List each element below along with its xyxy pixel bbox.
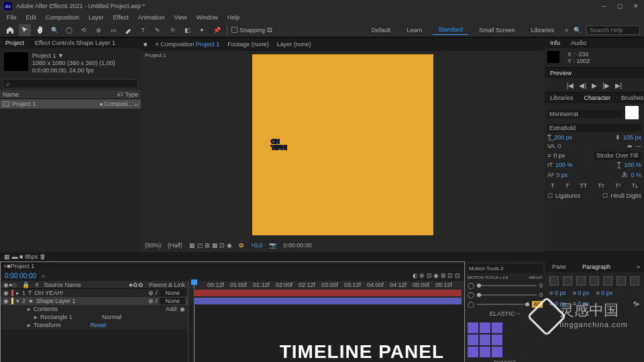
zoom-tool[interactable]: 🔍 (48, 24, 60, 36)
first-frame-icon[interactable]: |◀ (567, 82, 574, 89)
smallcaps-icon[interactable]: Tт (598, 182, 604, 189)
rectangle[interactable]: Rectangle 1 (40, 314, 72, 320)
superscript-icon[interactable]: T¹ (615, 182, 621, 189)
workspace-more-icon[interactable]: » (565, 27, 568, 34)
last-frame-icon[interactable]: ▶| (615, 82, 623, 89)
align-center-icon[interactable] (563, 276, 572, 286)
menu-edit[interactable]: Edit (22, 13, 41, 22)
tab-preview[interactable]: Preview (547, 68, 574, 78)
project-item[interactable]: Project 1 ■ Composi... ⚏ (0, 99, 141, 109)
menu-effect[interactable]: Effect (109, 13, 133, 22)
comp-thumbnail[interactable] (4, 52, 28, 71)
tab-composition[interactable]: Project 1 (196, 41, 220, 48)
tab-audio[interactable]: Audio (568, 38, 589, 48)
mt-knob2-icon[interactable]: ◯ (468, 292, 474, 298)
timecode[interactable]: 0:00:00:00 (5, 272, 36, 280)
workspace-small[interactable]: Small Screen (474, 25, 521, 35)
close-button[interactable]: ✕ (632, 2, 640, 10)
menu-file[interactable]: File (3, 13, 21, 22)
tsume[interactable]: 0 % (631, 172, 641, 178)
rotate-tool[interactable]: ⟲ (78, 24, 90, 36)
layer1-parent[interactable]: None (160, 290, 185, 296)
play-icon[interactable]: ▶ (592, 82, 597, 89)
menu-layer[interactable]: Layer (85, 13, 108, 22)
allcaps-icon[interactable]: TT (580, 182, 587, 189)
tab-brushes[interactable]: Brushes (619, 93, 644, 103)
menu-animation[interactable]: Animation (133, 13, 168, 22)
menu-window[interactable]: Window (193, 13, 222, 22)
para-dir-icon[interactable]: ¶▸ (633, 300, 640, 307)
maximize-button[interactable]: ▢ (616, 2, 624, 10)
mt-knob1-icon[interactable]: ◯ (468, 282, 474, 289)
tab-info[interactable]: Info (547, 38, 563, 48)
timeline-icons[interactable]: ◐ ⊕ ⊡ ◉ ⊞ ⊡ ⊡ (413, 272, 460, 279)
align-right-icon[interactable] (576, 276, 586, 286)
orbit-tool[interactable]: ◯ (63, 24, 75, 36)
layer2-parent[interactable]: None (160, 298, 185, 304)
roto-tool[interactable]: ✦ (196, 24, 208, 36)
leading[interactable]: 105 px (623, 134, 641, 141)
subscript-icon[interactable]: T₁ (631, 182, 638, 189)
layer2-bar[interactable] (194, 298, 462, 304)
timeline-search[interactable]: ⌕ (42, 272, 45, 279)
baseline[interactable]: 0 px (556, 172, 568, 178)
timeline-ruler[interactable]: 00:12f 01:00f 01:12f 02:00f 02:12f 03:00… (189, 281, 464, 289)
snapping-checkbox[interactable] (231, 27, 237, 33)
next-frame-icon[interactable]: |▶ (602, 82, 610, 89)
footer-time[interactable]: 0:00:00:00 (283, 242, 312, 249)
project-search[interactable]: ⌕ (3, 79, 138, 88)
workspace-libraries[interactable]: Libraries (525, 25, 559, 35)
tab-character[interactable]: Character (582, 93, 614, 103)
ligatures-label[interactable]: Ligatures (555, 192, 580, 199)
fill-stroke-swatches[interactable] (625, 106, 639, 119)
layer1-name[interactable]: OH YEAH! (35, 290, 64, 296)
puppet-tool[interactable]: 📌 (211, 24, 223, 36)
hindi-label[interactable]: Hindi Digits (610, 192, 641, 199)
tab-project[interactable]: Project (3, 38, 27, 48)
selection-tool[interactable] (19, 24, 31, 36)
contents[interactable]: Contents (34, 306, 58, 312)
hand-tool[interactable] (34, 24, 46, 36)
indent-right[interactable]: 0 px (601, 290, 612, 296)
font-size[interactable]: 200 px (554, 134, 572, 141)
brush-tool[interactable]: ✎ (152, 24, 164, 36)
indent-first[interactable]: 0 px (578, 290, 590, 296)
layer2-name[interactable]: Shape Layer 1 (36, 298, 76, 304)
faux-bold-icon[interactable]: T (551, 182, 555, 189)
vscale[interactable]: 100 % (555, 162, 573, 168)
col-name[interactable]: Name (3, 91, 19, 98)
snapping-toggle[interactable]: Snapping ⚃ (231, 27, 272, 34)
transform[interactable]: Transform (34, 322, 61, 328)
para-more-icon[interactable]: » (637, 263, 640, 270)
stroke-mode-dropdown[interactable]: Stroke Over Fill (594, 152, 641, 160)
pen-tool[interactable] (122, 24, 134, 36)
zoom-dropdown[interactable]: (50%) (145, 242, 161, 249)
menu-view[interactable]: View (170, 13, 191, 22)
composition-viewer[interactable]: Project 1 OH YEAH! (141, 51, 545, 239)
mt-val2[interactable]: 0 (539, 292, 543, 298)
exposure[interactable]: +0,0 (251, 242, 263, 249)
workspace-standard[interactable]: Standard (433, 25, 468, 35)
mt-knob3-icon[interactable]: ◯ (468, 301, 474, 308)
home-icon[interactable] (4, 24, 16, 36)
gear-icon[interactable]: ✿ (239, 242, 244, 249)
breadcrumb[interactable]: Project 1 (145, 52, 166, 58)
tab-footage[interactable]: Footage (none) (227, 41, 269, 48)
add-button[interactable]: Add: ◉ (166, 306, 185, 312)
tab-effect-controls[interactable]: Effect Controls Shape Layer 1 (32, 38, 118, 48)
justify-right-icon[interactable] (616, 276, 626, 286)
indent-left[interactable]: 0 px (555, 290, 566, 296)
hscale[interactable]: 100 % (624, 162, 641, 168)
menu-help[interactable]: Help (223, 13, 244, 22)
tracking[interactable]: — (635, 143, 641, 149)
stroke-width[interactable]: 0 px (553, 152, 565, 159)
text-tool[interactable]: T (137, 24, 149, 36)
font-family-dropdown[interactable]: Montserrat (547, 110, 623, 118)
workspace-learn[interactable]: Learn (401, 25, 427, 35)
mt-about[interactable]: ABOUT (529, 276, 543, 280)
prev-frame-icon[interactable]: ◀| (579, 82, 586, 89)
mode-dropdown[interactable]: Normal (102, 314, 121, 320)
col-parent[interactable]: Parent & Link (149, 282, 185, 288)
kerning[interactable]: 0 (557, 143, 561, 149)
canvas[interactable]: OH YEAH! (252, 54, 433, 235)
